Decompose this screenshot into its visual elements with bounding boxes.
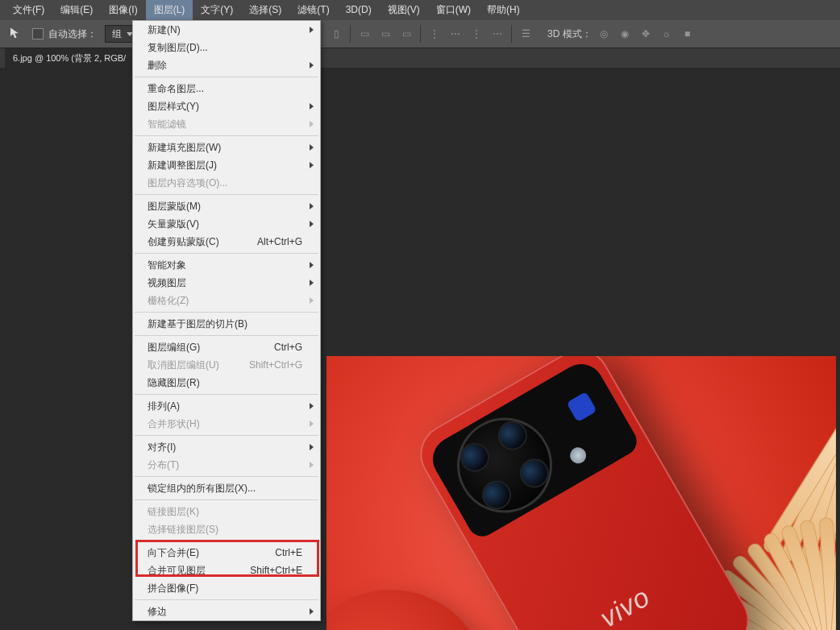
- menu-item[interactable]: 新建填充图层(W): [133, 139, 320, 156]
- move-tool-icon[interactable]: [6, 25, 24, 43]
- menu-item: 取消图层编组(U)Shift+Ctrl+G: [133, 356, 320, 374]
- menu-item: 合并形状(H): [133, 415, 320, 433]
- menu-视图v[interactable]: 视图(V): [380, 0, 428, 20]
- align-bottom-icon[interactable]: ▭: [397, 25, 415, 43]
- menu-item[interactable]: 合并可见图层Shift+Ctrl+E: [133, 562, 320, 579]
- menu-item[interactable]: 图层样式(Y): [133, 97, 320, 115]
- menu-separator: [135, 77, 318, 77]
- menu-item-label: 图层样式(Y): [148, 100, 199, 114]
- menu-item-label: 矢量蒙版(V): [148, 218, 199, 231]
- menu-item-label: 图层编组(G): [148, 341, 200, 354]
- menu-item[interactable]: 新建基于图层的切片(B): [133, 315, 320, 333]
- menu-item[interactable]: 对齐(I): [133, 438, 320, 456]
- menu-item[interactable]: 修边: [133, 603, 320, 620]
- threed-slide-icon[interactable]: ☼: [658, 25, 676, 43]
- flash-icon: [567, 445, 588, 466]
- distribute-v2-icon[interactable]: ⋯: [489, 25, 506, 43]
- threed-pan-icon[interactable]: ✥: [637, 25, 655, 43]
- menu-item[interactable]: 图层编组(G)Ctrl+G: [133, 338, 320, 356]
- menu-item[interactable]: 重命名图层...: [133, 80, 320, 97]
- threed-orbit-icon[interactable]: ◎: [595, 25, 613, 43]
- menu-item-label: 修边: [148, 605, 167, 619]
- auto-align-icon[interactable]: ☰: [517, 25, 534, 43]
- menu-item[interactable]: 矢量蒙版(V): [133, 215, 320, 233]
- menu-item: 图层内容选项(O)...: [133, 174, 320, 192]
- menu-separator: [135, 599, 318, 600]
- menu-item[interactable]: 视频图层: [133, 274, 320, 292]
- submenu-arrow-icon: [310, 203, 314, 209]
- align-right-icon[interactable]: ▯: [327, 25, 345, 43]
- align-top-icon[interactable]: ▭: [356, 25, 373, 43]
- distribute-h-icon[interactable]: ⋮: [426, 25, 443, 43]
- submenu-arrow-icon: [310, 27, 314, 33]
- submenu-arrow-icon: [310, 421, 314, 427]
- menu-separator: [135, 335, 318, 336]
- submenu-arrow-icon: [310, 280, 314, 286]
- menu-item[interactable]: 智能对象: [133, 256, 320, 274]
- menu-item-label: 图层内容选项(O)...: [148, 176, 227, 190]
- menu-item-label: 分布(T): [148, 458, 179, 472]
- distribute-h2-icon[interactable]: ⋮: [468, 25, 485, 43]
- submenu-arrow-icon: [310, 162, 314, 168]
- menu-item-label: 隐藏图层(R): [148, 376, 200, 390]
- submenu-arrow-icon: [310, 403, 314, 409]
- menu-item-label: 智能滤镜: [148, 118, 186, 131]
- submenu-arrow-icon: [310, 121, 314, 127]
- menu-item: 智能滤镜: [133, 115, 320, 133]
- menu-shortcut: Ctrl+G: [274, 342, 302, 353]
- align-center-v-icon[interactable]: ▭: [376, 25, 394, 43]
- submenu-arrow-icon: [310, 608, 314, 615]
- menu-窗口w[interactable]: 窗口(W): [428, 0, 479, 20]
- threed-roll-icon[interactable]: ◉: [616, 25, 634, 43]
- submenu-arrow-icon: [310, 444, 314, 450]
- lens-icon: [455, 437, 495, 477]
- menu-滤镜t[interactable]: 滤镜(T): [289, 0, 337, 20]
- menu-item[interactable]: 拼合图像(F): [133, 579, 320, 597]
- auto-select-label: 自动选择：: [48, 27, 97, 41]
- menu-选择s[interactable]: 选择(S): [241, 0, 289, 20]
- menu-item-label: 新建填充图层(W): [148, 141, 221, 155]
- layer-menu-dropdown: 新建(N)复制图层(D)...删除重命名图层...图层样式(Y)智能滤镜新建填充…: [132, 20, 321, 621]
- menu-item-label: 取消图层编组(U): [148, 359, 219, 372]
- menu-item: 链接图层(K): [133, 503, 320, 520]
- auto-select-checkbox[interactable]: 自动选择：: [32, 27, 97, 41]
- menu-帮助h[interactable]: 帮助(H): [479, 0, 528, 20]
- divider: [350, 25, 351, 43]
- menu-item[interactable]: 新建调整图层(J): [133, 156, 320, 174]
- menu-item[interactable]: 向下合并(E)Ctrl+E: [133, 544, 320, 562]
- menu-item-label: 重命名图层...: [148, 82, 204, 96]
- menu-item: 分布(T): [133, 456, 320, 474]
- submenu-arrow-icon: [310, 262, 314, 268]
- menu-编辑e[interactable]: 编辑(E): [52, 0, 101, 20]
- menu-shortcut: Shift+Ctrl+G: [249, 359, 302, 371]
- menu-item[interactable]: 排列(A): [133, 397, 320, 415]
- lens-icon: [477, 475, 517, 515]
- menu-item[interactable]: 删除: [133, 56, 320, 74]
- menu-item-label: 新建基于图层的切片(B): [148, 317, 247, 331]
- menu-item-label: 复制图层(D)...: [148, 41, 208, 55]
- menu-separator: [135, 499, 318, 500]
- menu-item-label: 智能对象: [148, 259, 186, 272]
- menu-3dd[interactable]: 3D(D): [338, 0, 380, 20]
- menu-item[interactable]: 图层蒙版(M): [133, 197, 320, 215]
- canvas-image[interactable]: vivo: [326, 356, 836, 630]
- submenu-arrow-icon: [310, 144, 314, 151]
- menu-item-label: 链接图层(K): [148, 505, 199, 519]
- menu-separator: [135, 394, 318, 395]
- menu-separator: [135, 253, 318, 254]
- threed-zoom-icon[interactable]: ■: [679, 25, 697, 43]
- distribute-v-icon[interactable]: ⋯: [447, 25, 464, 43]
- menu-item[interactable]: 隐藏图层(R): [133, 374, 320, 392]
- menu-文件f[interactable]: 文件(F): [5, 0, 52, 20]
- menu-文字y[interactable]: 文字(Y): [193, 0, 241, 20]
- menu-item[interactable]: 新建(N): [133, 21, 320, 39]
- menu-separator: [135, 194, 318, 195]
- menu-图像i[interactable]: 图像(I): [101, 0, 145, 20]
- menu-图层l[interactable]: 图层(L): [146, 0, 193, 20]
- menu-item[interactable]: 复制图层(D)...: [133, 39, 320, 56]
- menu-shortcut: Shift+Ctrl+E: [250, 565, 302, 576]
- document-tab[interactable]: 6.jpg @ 100% (背景 2, RGB/: [5, 48, 134, 68]
- group-type-label: 组: [112, 27, 122, 41]
- menu-item[interactable]: 创建剪贴蒙版(C)Alt+Ctrl+G: [133, 233, 320, 251]
- menu-item[interactable]: 锁定组内的所有图层(X)...: [133, 479, 320, 497]
